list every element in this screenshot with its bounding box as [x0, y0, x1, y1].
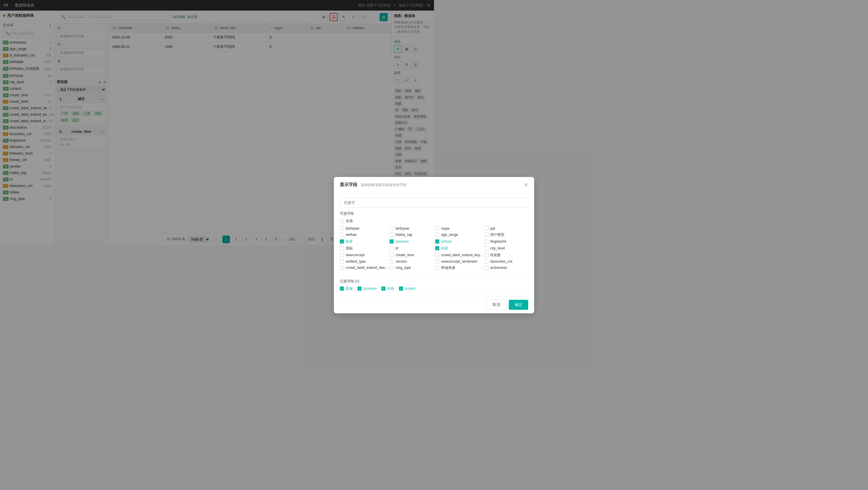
fields-grid: birthdate birthyear vtype pid weiha [340, 226, 434, 245]
field-label-province: province [396, 239, 409, 244]
modal-subtitle: 选择你希望显示和发布的字段 [361, 183, 407, 187]
available-fields-label: 可选字段 [340, 211, 434, 216]
modal-overlay[interactable]: 显示字段 选择你希望显示和发布的字段 ✕ 可选字段 全选 birthdate [0, 0, 434, 245]
field-checkbox-weihao[interactable] [340, 233, 344, 237]
field-label-xingzuo: 星座 [346, 239, 353, 244]
field-label-hobby-tag: hobby_tag [396, 233, 412, 237]
field-checkbox-hobby-tag[interactable] [390, 233, 394, 237]
field-label-birthdate: birthdate [346, 226, 360, 231]
select-all-checkbox[interactable] [340, 219, 344, 223]
field-label-birthyear: birthyear [396, 226, 409, 231]
modal-search-input[interactable] [340, 198, 434, 208]
select-all-label: 全选 [346, 218, 353, 223]
field-label-weihao: weihao [346, 233, 357, 237]
field-checkbox-birthyear[interactable] [390, 226, 394, 231]
field-checkbox-xingzuo[interactable]: ✓ [340, 239, 344, 244]
display-fields-modal: 显示字段 选择你希望显示和发布的字段 ✕ 可选字段 全选 birthdate [334, 177, 434, 245]
field-checkbox-province[interactable]: ✓ [390, 239, 394, 244]
modal-title: 显示字段 [340, 182, 358, 187]
field-checkbox-birthdate[interactable] [340, 226, 344, 231]
